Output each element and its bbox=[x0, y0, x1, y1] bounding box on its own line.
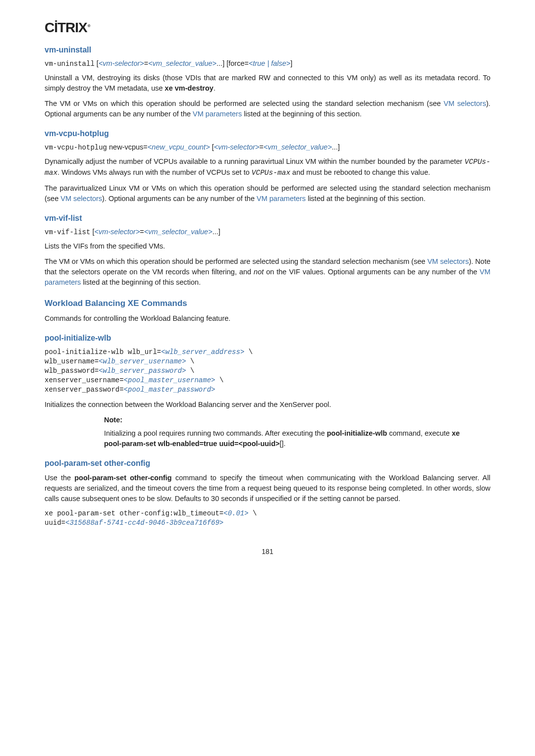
paragraph-text: . Windows VMs always run with the number… bbox=[57, 168, 252, 176]
code-block-pool-initialize-wlb: pool-initialize-wlb wlb_url=<wlb_server_… bbox=[45, 348, 490, 394]
heading-vm-vcpu-hotplug: vm-vcpu-hotplug bbox=[45, 129, 490, 138]
code-placeholder: <315688af-5741-cc4d-9046-3b9cea716f69> bbox=[65, 519, 223, 527]
paragraph: Commands for controlling the Workload Ba… bbox=[45, 313, 490, 324]
note-body: Initializing a pool requires running two… bbox=[104, 428, 461, 449]
note-block: Note: Initializing a pool requires runni… bbox=[104, 415, 461, 449]
heading-wlb-commands: Workload Balancing XE Commands bbox=[45, 299, 490, 308]
paragraph: Use the pool-param-set other-config comm… bbox=[45, 473, 490, 504]
logo-text: CİTRIX bbox=[45, 20, 87, 35]
code-placeholder: <pool_master_password> bbox=[124, 386, 215, 394]
note-bold: pool-initialize-wlb bbox=[327, 429, 387, 437]
note-text: Initializing a pool requires running two… bbox=[104, 429, 327, 437]
code-text: wlb_password= bbox=[45, 367, 99, 375]
code-text: wlb_username= bbox=[45, 357, 99, 365]
link-vm-selectors[interactable]: VM selectors bbox=[60, 195, 102, 202]
heading-vm-vif-list: vm-vif-list bbox=[45, 214, 490, 223]
paragraph-text: listed at the beginning of this section. bbox=[81, 278, 201, 286]
note-text: []. bbox=[279, 440, 285, 448]
paragraph-text: listed at the beginning of this section. bbox=[306, 195, 426, 202]
syntax-text: ...] bbox=[332, 143, 340, 151]
code-text: pool-initialize-wlb wlb_url= bbox=[45, 348, 161, 356]
paragraph: Initializes the connection between the W… bbox=[45, 400, 490, 410]
paragraph: The VM or VMs on which this operation sh… bbox=[45, 99, 490, 119]
syntax-vm-vif-list: vm-vif-list [<vm-selector>=<vm_selector_… bbox=[45, 228, 490, 236]
syntax-text: ] bbox=[290, 59, 292, 67]
citrix-logo: CİTRIX® bbox=[45, 20, 490, 36]
syntax-text: = bbox=[260, 143, 264, 151]
paragraph-bold: xe vm-destroy bbox=[165, 84, 214, 92]
paragraph-text: ). Optional arguments can be any number … bbox=[102, 195, 257, 202]
syntax-vm-uninstall: vm-uninstall [<vm-selector>=<vm_selector… bbox=[45, 59, 490, 68]
syntax-selector: <vm-selector> bbox=[94, 228, 140, 236]
code-block-pool-param-set: xe pool-param-set other-config:wlb_timeo… bbox=[45, 509, 490, 528]
link-vm-parameters[interactable]: VM parameters bbox=[193, 110, 242, 118]
paragraph: Dynamically adjust the number of VCPUs a… bbox=[45, 156, 490, 178]
code-text: uuid= bbox=[45, 519, 65, 527]
paragraph: Uninstall a VM, destroying its disks (th… bbox=[45, 73, 490, 94]
note-text: command, execute bbox=[387, 429, 452, 437]
code-placeholder: <wlb_server_username> bbox=[99, 357, 186, 365]
paragraph-text: Uninstall a VM, destroying its disks (th… bbox=[45, 74, 490, 92]
code-placeholder: <wlb_server_password> bbox=[99, 367, 186, 375]
link-vm-parameters[interactable]: VM parameters bbox=[257, 195, 306, 202]
paragraph: The VM or VMs on which this operation sh… bbox=[45, 256, 490, 288]
paragraph-text: Dynamically adjust the number of VCPUs a… bbox=[45, 157, 465, 165]
paragraph-italic: not bbox=[254, 268, 264, 276]
code-text: \ bbox=[186, 367, 195, 375]
syntax-count: <new_vcpu_count> bbox=[148, 143, 210, 151]
code-placeholder: <0.01> bbox=[223, 509, 248, 517]
syntax-selector: <vm-selector> bbox=[214, 143, 260, 151]
syntax-text: = bbox=[144, 59, 148, 67]
page-number: 181 bbox=[45, 548, 490, 555]
syntax-force: <true | false> bbox=[249, 59, 290, 67]
paragraph-code: VCPUs-max bbox=[252, 169, 290, 177]
code-text: \ bbox=[186, 357, 195, 365]
syntax-text: ...] [force= bbox=[216, 59, 249, 67]
paragraph: Lists the VIFs from the specified VMs. bbox=[45, 241, 490, 252]
paragraph-text: listed at the beginning of this section. bbox=[242, 110, 362, 118]
note-label: Note: bbox=[104, 415, 461, 425]
code-text: \ bbox=[215, 376, 223, 384]
link-vm-selectors[interactable]: VM selectors bbox=[444, 100, 486, 107]
syntax-value: <vm_selector_value> bbox=[148, 59, 216, 67]
paragraph-bold: pool-param-set other-config bbox=[74, 474, 171, 482]
code-text: \ bbox=[249, 509, 257, 517]
syntax-text: = bbox=[140, 228, 144, 236]
paragraph-text: The VM or VMs on which this operation sh… bbox=[45, 100, 444, 107]
syntax-cmd: vm-vcpu-hotplug bbox=[45, 144, 107, 151]
syntax-selector: <vm-selector> bbox=[99, 59, 144, 67]
syntax-text: new-vcpus= bbox=[107, 143, 148, 151]
paragraph-text: . bbox=[214, 84, 215, 92]
syntax-text: [ bbox=[95, 59, 99, 67]
document-page: CİTRIX® vm-uninstall vm-uninstall [<vm-s… bbox=[0, 0, 535, 570]
syntax-cmd: vm-vif-list bbox=[45, 228, 90, 236]
code-placeholder: <wlb_server_address> bbox=[161, 348, 244, 356]
paragraph: The paravirtualized Linux VM or VMs on w… bbox=[45, 183, 490, 204]
heading-pool-initialize-wlb: pool-initialize-wlb bbox=[45, 334, 490, 343]
syntax-cmd: vm-uninstall bbox=[45, 60, 95, 68]
syntax-text: [ bbox=[210, 143, 214, 151]
syntax-value: <vm_selector_value> bbox=[144, 228, 213, 236]
code-text: \ bbox=[244, 348, 253, 356]
code-placeholder: <pool_master_username> bbox=[124, 376, 215, 384]
paragraph-text: and must be rebooted to change this valu… bbox=[290, 168, 430, 176]
syntax-vm-vcpu-hotplug: vm-vcpu-hotplug new-vcpus=<new_vcpu_coun… bbox=[45, 143, 490, 151]
heading-vm-uninstall: vm-uninstall bbox=[45, 46, 490, 54]
code-text: xe pool-param-set other-config:wlb_timeo… bbox=[45, 509, 223, 517]
paragraph-text: Use the bbox=[45, 474, 74, 482]
code-text: xenserver_password= bbox=[45, 386, 124, 394]
paragraph-text: The VM or VMs on which this operation sh… bbox=[45, 257, 428, 265]
link-vm-selectors[interactable]: VM selectors bbox=[428, 257, 469, 265]
paragraph-text: on the VIF values. Optional arguments ca… bbox=[264, 268, 480, 276]
logo-symbol: ® bbox=[88, 24, 90, 28]
syntax-value: <vm_selector_value> bbox=[264, 143, 332, 151]
heading-pool-param-set: pool-param-set other-config bbox=[45, 459, 490, 468]
syntax-text: ...] bbox=[213, 228, 220, 236]
code-text: xenserver_username= bbox=[45, 376, 124, 384]
